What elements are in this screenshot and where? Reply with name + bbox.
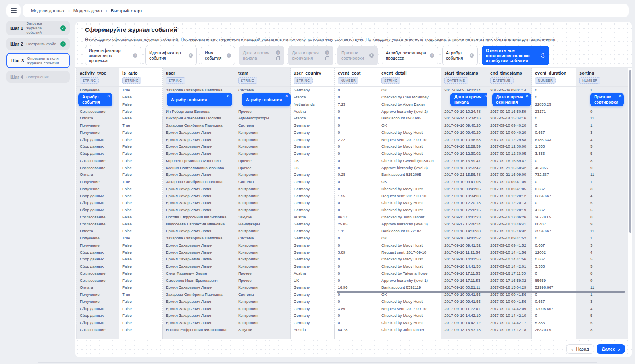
vertical-scrollbar[interactable] bbox=[629, 70, 631, 233]
table-cell: 0.667 bbox=[532, 185, 576, 193]
table-cell: True bbox=[119, 122, 162, 129]
table-cell: Сбор данных bbox=[77, 305, 119, 312]
info-icon[interactable] bbox=[369, 53, 374, 58]
assigned-chip-end_timestamp[interactable]: Дата и время окончания bbox=[492, 93, 531, 106]
table-cell: Сбор данных bbox=[77, 312, 119, 319]
info-icon[interactable] bbox=[470, 53, 474, 58]
close-icon[interactable] bbox=[618, 94, 622, 98]
info-icon[interactable] bbox=[430, 53, 434, 58]
table-cell: Контролинг bbox=[235, 199, 290, 206]
breadcrumb-model-demo[interactable]: Модель демо bbox=[73, 8, 102, 13]
assigned-chip-user[interactable]: Атрибут события bbox=[167, 93, 232, 106]
table-cell: Checked by Macy Hurst bbox=[378, 256, 441, 263]
pointer-chip-2[interactable]: Идентификатор события bbox=[145, 46, 197, 65]
assigned-chip-label: Атрибут события bbox=[246, 97, 282, 102]
table-cell: Согласование bbox=[77, 220, 119, 227]
info-icon[interactable] bbox=[189, 53, 193, 58]
pointer-chip-7[interactable]: Атрибут экземпляра процесса bbox=[382, 46, 438, 65]
page-scrollbar[interactable] bbox=[38, 362, 597, 363]
table-cell: 4.667 bbox=[532, 206, 576, 214]
table-cell: Bank account 8961695 bbox=[378, 115, 441, 122]
assigned-chip-label: Дата и время начала bbox=[454, 94, 483, 105]
column-header: start_timestampDATETIME bbox=[441, 68, 487, 87]
sidebar-step-4[interactable]: Шаг 4Завершение bbox=[6, 71, 70, 83]
copy-icon[interactable] bbox=[276, 56, 280, 60]
table-cell: False bbox=[119, 115, 162, 122]
table-cell: Оплата bbox=[77, 171, 119, 178]
table-cell: False bbox=[119, 248, 162, 256]
assigned-chip-activity_type[interactable]: Атрибут события bbox=[78, 93, 112, 106]
back-button[interactable]: Назад bbox=[566, 344, 594, 354]
column-type-badge: DATETIME bbox=[444, 77, 468, 84]
mark-all-event-attribute-button[interactable]: Отметить все оставшиеся колонки атрибуто… bbox=[482, 46, 549, 65]
table-cell: False bbox=[119, 157, 162, 164]
table-cell: Checked by Macy Hurst bbox=[378, 185, 441, 193]
assigned-chip-team[interactable]: Атрибут события bbox=[242, 93, 291, 106]
table-cell: 0 bbox=[335, 178, 378, 185]
table-cell: Approve hierarchy (level 2) bbox=[378, 108, 441, 115]
table-column-activity_type[interactable]: activity_typeSTRINGПолучениеСогласование… bbox=[76, 68, 119, 339]
info-icon[interactable] bbox=[227, 53, 231, 58]
table-column-event_detail[interactable]: event_detailSTRINGOKChecked by Cleo Mcki… bbox=[378, 68, 441, 339]
table-cell: 0 bbox=[335, 298, 378, 305]
table-column-event_cost[interactable]: event_costNUMBER007.2300002.2200000.2800… bbox=[335, 68, 378, 339]
assigned-chip-sorting[interactable]: Признак сортировки bbox=[590, 93, 624, 106]
menu-button[interactable] bbox=[6, 4, 21, 17]
table-cell: 1.95 bbox=[335, 192, 378, 199]
info-icon[interactable] bbox=[325, 50, 329, 55]
table-column-user[interactable]: userSTRINGЗахарова Октябрина ПавловнаИя … bbox=[163, 68, 235, 339]
table-cell: Checked by Tatyana Howe bbox=[378, 270, 441, 277]
table-cell: 2017-09-10 09:41:52 bbox=[441, 242, 487, 249]
table-column-start_timestamp[interactable]: start_timestampDATETIME2017-09-09 09:01:… bbox=[441, 68, 487, 339]
pointer-chip-8[interactable]: Атрибут события bbox=[442, 46, 478, 65]
table-cell: False bbox=[119, 108, 162, 115]
close-icon[interactable] bbox=[484, 94, 487, 98]
column-name: event_detail bbox=[381, 71, 438, 75]
table-cell: 0 bbox=[532, 87, 576, 94]
table-cell: Виктория Алексеевна Носкова bbox=[163, 115, 235, 122]
table-cell: Germany bbox=[291, 87, 334, 94]
table-cell: Оплата bbox=[77, 227, 119, 235]
table-cell: 0 bbox=[532, 178, 576, 185]
breadcrumb-quick-start: Быстрый старт bbox=[111, 8, 142, 13]
close-icon[interactable] bbox=[227, 94, 230, 98]
table-column-is_auto[interactable]: is_autoSTRINGTrueFalseFalseFalseFalseTru… bbox=[119, 68, 163, 339]
close-icon[interactable] bbox=[285, 94, 288, 98]
sidebar-step-1[interactable]: Шаг 1Загрузка журнала событий✓ bbox=[6, 21, 70, 35]
table-cell: Администраторы bbox=[235, 115, 290, 122]
horizontal-scrollbar[interactable] bbox=[337, 291, 625, 293]
table-cell: Checked by Cleo Mckinney bbox=[378, 94, 441, 101]
step-number: Шаг 1 bbox=[10, 26, 23, 31]
table-cell: 5 bbox=[576, 256, 628, 263]
table-cell: 5 bbox=[576, 312, 628, 319]
table-cell: Сбор данных bbox=[77, 192, 119, 199]
breadcrumb-data-models[interactable]: Модели данных bbox=[31, 8, 65, 13]
pointer-chip-1[interactable]: Идентификатор экземпляра процесса bbox=[85, 46, 141, 65]
info-icon[interactable] bbox=[541, 53, 545, 58]
info-icon[interactable] bbox=[133, 53, 137, 58]
table-cell: France bbox=[291, 115, 334, 122]
assigned-chip-label: Атрибут события bbox=[171, 97, 207, 102]
copy-icon[interactable] bbox=[325, 56, 329, 60]
assigned-chip-start_timestamp[interactable]: Дата и время начала bbox=[450, 93, 489, 106]
table-cell: Закупки bbox=[235, 214, 290, 221]
table-cell: Ермил Захарьевич Лапин bbox=[163, 150, 235, 157]
table-column-event_duration[interactable]: event_durationNUMBER0022853.2523171000.6… bbox=[532, 68, 576, 339]
pointer-chip-3[interactable]: Имя события bbox=[201, 46, 235, 65]
sidebar-step-2[interactable]: Шаг 2Настроить файл✓ bbox=[6, 38, 70, 50]
table-column-end_timestamp[interactable]: end_timestampDATETIME2017-09-09 09:01:14… bbox=[487, 68, 532, 339]
next-button[interactable]: Далее bbox=[597, 344, 625, 354]
table-cell: 2017-09-10 14:42:10 bbox=[441, 312, 487, 319]
table-cell: True bbox=[119, 235, 162, 242]
close-icon[interactable] bbox=[525, 94, 529, 98]
table-cell: Checked by Macy Hurst bbox=[378, 298, 441, 305]
table-cell: 2017-09-18 14:16:38 bbox=[441, 227, 487, 235]
table-column-team[interactable]: teamSTRINGСистемаПрочееАдминистраторыСис… bbox=[235, 68, 291, 339]
assigned-chip-label: Признак сортировки bbox=[594, 94, 618, 105]
close-icon[interactable] bbox=[107, 94, 110, 98]
table-cell: 2017-09-10 12:20:12 bbox=[487, 192, 531, 199]
table-column-user_country[interactable]: user_countrySTRINGGermanyFranceNetherlan… bbox=[291, 68, 335, 339]
info-icon[interactable] bbox=[276, 50, 280, 55]
sidebar-step-3[interactable]: Шаг 3Определить поля журнала событий bbox=[6, 53, 70, 68]
table-column-sorting[interactable]: sortingNUMBER191113455891113455891113455… bbox=[576, 68, 628, 339]
